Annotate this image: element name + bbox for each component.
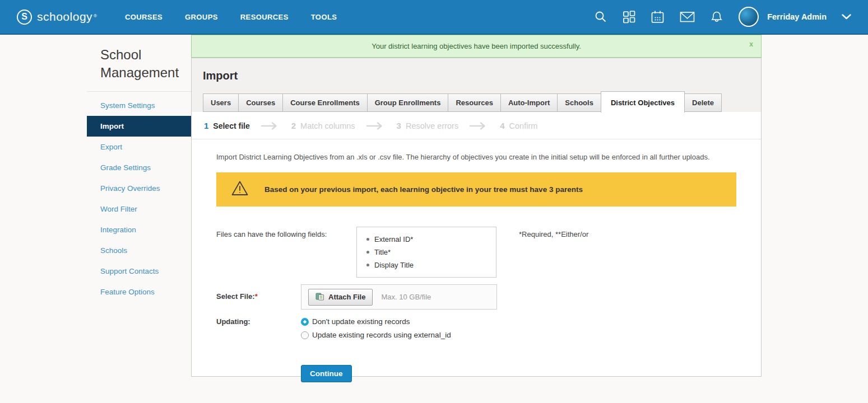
- registered-mark: ®: [94, 13, 97, 18]
- main-area: Your district learning objectives have b…: [191, 35, 762, 377]
- select-file-label: Select File:*: [216, 284, 301, 301]
- radio-selected-icon[interactable]: [301, 318, 309, 326]
- required-legend: *Required, **Either/or: [519, 227, 588, 278]
- sidebar-title: School Management: [87, 35, 191, 92]
- tab-users[interactable]: Users: [203, 93, 239, 112]
- file-upload-box: Attach File Max. 10 GB/file: [301, 284, 497, 310]
- nav-item-tools[interactable]: TOOLS: [311, 13, 337, 21]
- warning-message: Based on your previous import, each lear…: [264, 185, 583, 194]
- schoology-logo[interactable]: S schoology ®: [17, 10, 97, 25]
- step-arrow-icon: [469, 122, 489, 130]
- warning-triangle-icon: [231, 180, 249, 199]
- tab-content: Import District Learning Objectives from…: [192, 139, 761, 382]
- select-file-row: Select File:* Atta: [216, 284, 736, 310]
- sidebar-item-export[interactable]: Export: [87, 137, 191, 157]
- nav-item-groups[interactable]: GROUPS: [185, 13, 218, 21]
- step-label: Confirm: [509, 121, 538, 130]
- import-tabs: Users Courses Course Enrollments Group E…: [203, 91, 750, 112]
- fields-list-box: External ID* Title* Display Title: [356, 227, 496, 278]
- step-match-columns: 2 Match columns: [291, 121, 355, 130]
- import-description: Import District Learning Objectives from…: [216, 151, 736, 172]
- tab-district-objectives[interactable]: District Objectives: [601, 91, 685, 113]
- panel-header: Import Users Courses Course Enrollments …: [192, 58, 761, 112]
- step-indicator: 1 Select file 2 Match columns 3 Resolve …: [192, 112, 761, 139]
- nav-item-resources[interactable]: RESOURCES: [240, 13, 289, 21]
- tab-course-enrollments[interactable]: Course Enrollments: [282, 93, 368, 112]
- envelope-icon[interactable]: [680, 11, 695, 23]
- updating-label: Updating:: [216, 316, 301, 326]
- sidebar-nav: System Settings Import Export Grade Sett…: [87, 92, 191, 302]
- step-label: Resolve errors: [406, 121, 458, 130]
- tab-auto-import[interactable]: Auto-Import: [500, 93, 558, 112]
- sidebar-item-grade-settings[interactable]: Grade Settings: [87, 157, 191, 178]
- radio-unselected-icon[interactable]: [301, 331, 309, 339]
- success-message: Your district learning objectives have b…: [372, 42, 581, 50]
- sidebar-item-feature-options[interactable]: Feature Options: [87, 282, 191, 302]
- close-icon[interactable]: x: [749, 40, 753, 48]
- user-name[interactable]: Ferriday Admin: [767, 12, 827, 21]
- top-navbar: S schoology ® COURSES GROUPS RESOURCES T…: [0, 0, 868, 35]
- tab-resources[interactable]: Resources: [448, 93, 500, 112]
- sidebar-item-integration[interactable]: Integration: [87, 219, 191, 240]
- brand-name: schoology: [37, 10, 92, 24]
- sidebar-item-privacy-overrides[interactable]: Privacy Overrides: [87, 178, 191, 199]
- sidebar-item-word-filter[interactable]: Word Filter: [87, 199, 191, 219]
- step-arrow-icon: [261, 122, 281, 130]
- tab-delete[interactable]: Delete: [684, 93, 722, 112]
- calendar-icon[interactable]: [651, 10, 665, 24]
- fields-info-row: Files can have the following fields: Ext…: [216, 227, 736, 278]
- step-confirm: 4 Confirm: [500, 121, 537, 130]
- sidebar-item-support-contacts[interactable]: Support Contacts: [87, 261, 191, 282]
- sidebar-item-import[interactable]: Import: [87, 116, 191, 137]
- sidebar: School Management System Settings Import…: [87, 35, 191, 302]
- success-banner: Your district learning objectives have b…: [191, 35, 762, 58]
- updating-row: Updating: Don't update existing records …: [216, 316, 736, 339]
- fields-label: Files can have the following fields:: [216, 227, 356, 278]
- schoology-s-icon: S: [17, 10, 32, 25]
- field-option: Display Title: [365, 259, 488, 271]
- field-option: Title*: [365, 246, 488, 259]
- radio-label: Don't update existing records: [312, 317, 410, 326]
- attach-file-icon: [315, 292, 324, 302]
- step-label: Select file: [213, 121, 249, 130]
- page-title: Import: [203, 69, 750, 82]
- radio-label: Update existing records using external_i…: [312, 331, 451, 339]
- app-grid-icon[interactable]: [623, 11, 635, 24]
- import-panel: Import Users Courses Course Enrollments …: [191, 58, 762, 377]
- attach-file-button[interactable]: Attach File: [308, 289, 373, 306]
- sidebar-item-schools[interactable]: Schools: [87, 240, 191, 261]
- select-file-label-text: Select File:: [216, 292, 255, 301]
- tab-schools[interactable]: Schools: [557, 93, 601, 112]
- warning-banner: Based on your previous import, each lear…: [216, 172, 736, 207]
- user-avatar[interactable]: [739, 7, 759, 27]
- step-number: 3: [397, 121, 401, 130]
- step-resolve-errors: 3 Resolve errors: [397, 121, 459, 130]
- step-arrow-icon: [366, 122, 386, 130]
- step-number: 4: [500, 121, 504, 130]
- step-number: 1: [204, 121, 208, 130]
- fields-list: External ID* Title* Display Title: [365, 233, 488, 271]
- radio-dont-update[interactable]: Don't update existing records: [301, 317, 451, 326]
- bell-icon[interactable]: [710, 10, 723, 24]
- chevron-down-icon[interactable]: [842, 14, 851, 20]
- radio-update-existing[interactable]: Update existing records using external_i…: [301, 331, 451, 339]
- field-option: External ID*: [365, 233, 488, 246]
- tab-group-enrollments[interactable]: Group Enrollments: [367, 93, 449, 112]
- required-asterisk: *: [255, 292, 258, 301]
- sidebar-item-system-settings[interactable]: System Settings: [87, 95, 191, 116]
- continue-button[interactable]: Continue: [301, 365, 352, 382]
- search-icon[interactable]: [594, 10, 607, 24]
- step-number: 2: [291, 121, 296, 130]
- max-file-size-note: Max. 10 GB/file: [381, 293, 431, 301]
- updating-radio-group: Don't update existing records Update exi…: [301, 316, 451, 339]
- step-select-file: 1 Select file: [204, 121, 250, 130]
- attach-file-button-label: Attach File: [328, 293, 365, 301]
- primary-nav: COURSES GROUPS RESOURCES TOOLS: [125, 13, 337, 21]
- continue-row: Continue: [301, 365, 736, 382]
- step-label: Match columns: [300, 121, 355, 130]
- tab-courses[interactable]: Courses: [238, 93, 283, 112]
- nav-item-courses[interactable]: COURSES: [125, 13, 163, 21]
- navbar-right: Ferriday Admin: [594, 7, 851, 27]
